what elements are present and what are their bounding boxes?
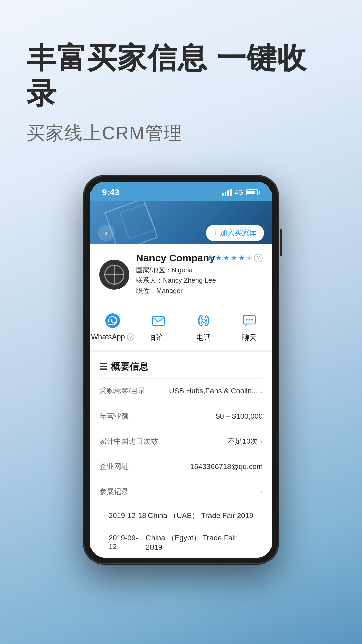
whatsapp-button[interactable]: WhatsApp ?: [90, 312, 135, 343]
star-3: ★: [223, 254, 230, 262]
import-count-label: 累计中国进口次数: [99, 436, 158, 446]
star-5: ★: [238, 254, 245, 262]
info-row-import-count[interactable]: 累计中国进口次数 不足10次 ›: [99, 429, 263, 454]
trade-event-2: China （Egypt） Trade Fair 2019: [146, 533, 253, 552]
star-1: ★: [207, 254, 214, 262]
star-rating: ★ ★ ★ ★ ★ ★ ?: [207, 254, 263, 262]
back-arrow-icon: ‹: [105, 228, 108, 238]
status-bar: 9:43 4G: [90, 182, 272, 201]
svg-point-4: [246, 319, 248, 321]
company-position: 职位：Manager: [136, 286, 263, 296]
chat-button[interactable]: 聊天: [227, 312, 272, 343]
phone-mockup: 9:43 4G: [0, 176, 362, 564]
purchase-tags-label: 采购标签/目录: [99, 386, 145, 396]
arrow-icon-3: ›: [260, 488, 263, 496]
website-label: 企业网址: [99, 462, 129, 472]
sub-title: 买家线上CRM管理: [27, 121, 335, 146]
company-avatar: [99, 260, 129, 290]
battery-icon: [246, 189, 260, 195]
trade-records-value: ›: [260, 488, 263, 496]
add-buyer-label: + 加入买家库: [214, 228, 257, 238]
arrow-icon: ›: [260, 387, 263, 395]
add-buyer-button[interactable]: + 加入买家库: [206, 225, 264, 241]
purchase-tags-value: USB Hubs,Fans & Coolin... ›: [169, 387, 263, 395]
phone-label: 电话: [196, 333, 211, 343]
phone-nav: ‹ + 加入买家库: [90, 219, 272, 244]
action-buttons-row: WhatsApp ? 邮件: [90, 305, 272, 352]
list-icon: ☰: [99, 362, 107, 372]
rating-help-icon[interactable]: ?: [254, 254, 263, 262]
svg-point-0: [105, 313, 120, 328]
status-time: 9:43: [102, 187, 119, 198]
trade-records-label: 参展记录: [99, 487, 129, 497]
star-2: ★: [215, 254, 222, 262]
svg-point-2: [202, 319, 205, 322]
chat-label: 聊天: [242, 333, 257, 343]
main-title: 丰富买家信息 一键收录: [27, 40, 335, 111]
company-contact: 联系人：Nancy Zheng Lee: [136, 276, 263, 285]
phone-screen: 9:43 4G: [90, 182, 272, 558]
signal-icon: [222, 189, 232, 196]
trade-fair-row-1: 2019-12-18 China （UAE） Trade Fair 2019: [99, 504, 263, 527]
phone-icon: [195, 312, 213, 329]
hero-image: ‹ + 加入买家库: [90, 201, 272, 244]
summary-section: ☰ 概要信息 采购标签/目录 USB Hubs,Fans & Coolin...…: [90, 352, 272, 558]
info-row-revenue: 年营业额 $0 – $100,000: [99, 404, 263, 429]
phone-frame: 9:43 4G: [84, 176, 278, 564]
svg-point-6: [251, 319, 253, 321]
email-label: 邮件: [151, 333, 166, 343]
header-section: 丰富买家信息 一键收录 买家线上CRM管理: [0, 0, 362, 162]
svg-rect-1: [152, 317, 164, 325]
svg-point-5: [249, 319, 250, 321]
company-card: Nancy Company 国家/地区：Nigeria 联系人：Nancy Zh…: [90, 244, 272, 305]
whatsapp-help-icon[interactable]: ?: [127, 333, 134, 341]
trade-date-1: 2019-12-18: [109, 511, 146, 520]
company-country: 国家/地区：Nigeria: [136, 266, 263, 275]
section-title: ☰ 概要信息: [99, 360, 263, 373]
import-count-value: 不足10次 ›: [228, 436, 263, 446]
info-row-website: 企业网址 1643366718@qq.com: [99, 454, 263, 479]
trade-event-1: China （UAE） Trade Fair 2019: [148, 511, 253, 521]
trade-fair-row-2: 2019-09-12 China （Egypt） Trade Fair 2019: [99, 527, 263, 558]
revenue-label: 年营业额: [99, 411, 129, 421]
avatar-cross-icon: [104, 265, 124, 285]
email-icon: [149, 312, 167, 329]
trade-date-2: 2019-09-12: [109, 534, 146, 551]
back-button[interactable]: ‹: [98, 225, 115, 241]
revenue-value: $0 – $100,000: [216, 412, 263, 421]
phone-call-button[interactable]: 电话: [181, 312, 227, 343]
arrow-icon-2: ›: [260, 438, 263, 445]
info-row-purchase-tags[interactable]: 采购标签/目录 USB Hubs,Fans & Coolin... ›: [99, 378, 263, 404]
star-6-empty: ★: [246, 254, 253, 262]
whatsapp-label: WhatsApp: [91, 333, 125, 341]
info-row-trade-records[interactable]: 参展记录 ›: [99, 479, 263, 504]
chat-icon: [241, 312, 258, 329]
network-label: 4G: [234, 189, 243, 196]
email-button[interactable]: 邮件: [135, 312, 181, 343]
stars-filled: ★ ★ ★ ★ ★ ★: [207, 254, 253, 262]
summary-title: 概要信息: [111, 360, 148, 373]
whatsapp-icon: [104, 312, 121, 329]
status-icons: 4G: [222, 189, 260, 196]
star-4: ★: [231, 254, 237, 262]
website-value: 1643366718@qq.com: [190, 462, 263, 471]
